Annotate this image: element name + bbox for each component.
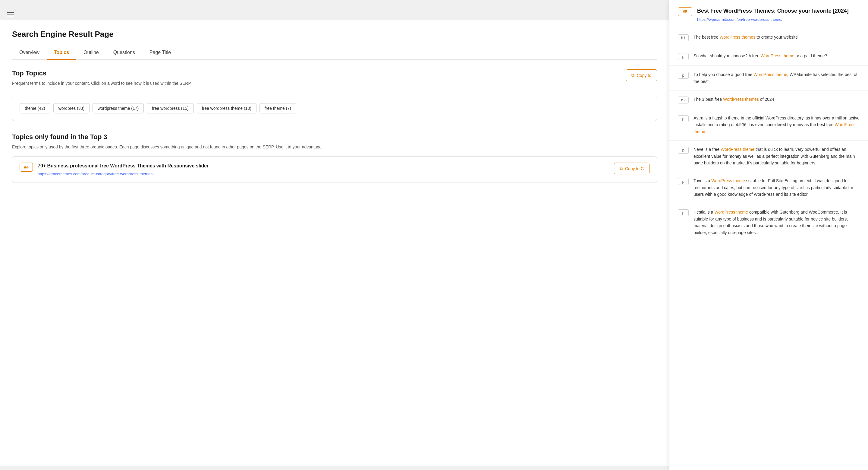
rp-text-4: Astra is a flagship theme in the officia… [693, 115, 860, 135]
topics-box: theme (42) wordpres (33) wordpress theme… [12, 96, 657, 121]
rp-content-item-7: pHestia is a WordPress theme compatible … [670, 203, 868, 241]
rp-text-6: Tove is a WordPress theme suitable for F… [693, 177, 860, 198]
topics-only-description: Explore topics only used by the first th… [12, 144, 657, 150]
rp-tag-1: p [678, 53, 689, 60]
result-copy-button-4[interactable]: ⧉ Copy to C [614, 163, 650, 174]
highlight-text: WordPress theme [693, 122, 855, 134]
rp-text-1: So what should you choose? A free WordPr… [693, 53, 827, 59]
tag-1[interactable]: wordpres (33) [53, 103, 90, 113]
rp-tag-3: h2 [678, 96, 689, 104]
rp-content-item-4: pAstra is a flagship theme in the offici… [670, 109, 868, 141]
rp-rank-badge: #5 [678, 7, 692, 16]
highlight-text: WordPress themes [723, 97, 759, 102]
tag-4[interactable]: free wordpress theme (13) [197, 103, 256, 113]
rp-tag-2: p [678, 72, 689, 79]
rp-content-list: h1The best free WordPress themes to crea… [670, 28, 868, 241]
result-info-4: 70+ Business professional free WordPress… [38, 163, 209, 176]
rp-result-url[interactable]: https://wpmarmite.com/en/free-wordpress-… [697, 17, 782, 22]
rp-text-7: Hestia is a WordPress theme compatible w… [693, 209, 860, 236]
topics-only-section: Topics only found in the Top 3 Explore t… [12, 133, 657, 183]
rp-tag-7: p [678, 209, 689, 216]
tags-container: theme (42) wordpres (33) wordpress theme… [20, 103, 650, 113]
highlight-text: WordPress theme [721, 147, 754, 152]
highlight-text: WordPress theme [711, 178, 745, 183]
rp-text-3: The 3 best free WordPress themes of 2024 [693, 96, 774, 102]
rp-content-item-5: pNeve is a free WordPress theme that is … [670, 141, 868, 172]
copy-icon-4: ⧉ [620, 166, 623, 171]
rp-tag-6: p [678, 178, 689, 185]
tabs-nav: Overview Topics Outline Questions Page T… [12, 46, 657, 60]
rp-text-0: The best free WordPress themes to create… [693, 34, 798, 40]
top-topics-title: Top Topics [12, 69, 192, 77]
tag-2[interactable]: wordpress theme (17) [93, 103, 144, 113]
page-heading: Search Engine Result Page [12, 30, 657, 39]
rp-tag-0: h1 [678, 34, 689, 41]
right-panel: #5 Best Free WordPress Themes: Choose yo… [669, 0, 868, 470]
rp-content-item-1: pSo what should you choose? A free WordP… [670, 47, 868, 66]
rp-result-title: Best Free WordPress Themes: Choose your … [697, 7, 849, 15]
rp-content-item-3: h2The 3 best free WordPress themes of 20… [670, 90, 868, 109]
rp-result-header: #5 Best Free WordPress Themes: Choose yo… [670, 0, 868, 28]
result-card-4: #4 70+ Business professional free WordPr… [12, 156, 657, 183]
top-topics-header: Top Topics Frequent terms to include in … [12, 69, 657, 93]
menu-button[interactable] [0, 6, 669, 20]
top-topics-copy-button[interactable]: ⧉ Copy to [626, 69, 657, 81]
topics-only-title: Topics only found in the Top 3 [12, 133, 657, 141]
highlight-text: WordPress themes [719, 35, 755, 39]
highlight-text: WordPress theme [761, 53, 795, 58]
tab-overview[interactable]: Overview [12, 46, 47, 60]
tab-questions[interactable]: Questions [106, 46, 142, 60]
rp-content-item-6: pTove is a WordPress theme suitable for … [670, 172, 868, 203]
highlight-text: WordPress theme [714, 210, 748, 214]
tag-3[interactable]: free wordpress (15) [147, 103, 193, 113]
rp-text-2: To help you choose a good free WordPress… [693, 71, 860, 85]
result-url-4[interactable]: https://gracethemes.com/product-category… [38, 172, 153, 176]
rank-badge-4: #4 [20, 163, 33, 172]
highlight-text: WordPress theme [753, 72, 787, 77]
rp-content-item-2: pTo help you choose a good free WordPres… [670, 66, 868, 90]
tab-page-title[interactable]: Page Title [142, 46, 178, 60]
result-card-left: #4 70+ Business professional free WordPr… [20, 163, 609, 176]
copy-icon: ⧉ [631, 73, 634, 78]
rp-tag-5: p [678, 147, 689, 153]
tag-5[interactable]: free theme (7) [259, 103, 296, 113]
rp-tag-4: p [678, 115, 689, 122]
tab-topics[interactable]: Topics [47, 46, 76, 60]
rp-rank-url: #5 Best Free WordPress Themes: Choose yo… [678, 7, 860, 22]
rp-text-5: Neve is a free WordPress theme that is q… [693, 146, 860, 166]
tab-outline[interactable]: Outline [76, 46, 106, 60]
result-title-4: 70+ Business professional free WordPress… [38, 163, 209, 169]
top-topics-description: Frequent terms to include in your conten… [12, 80, 192, 87]
rp-result-info: Best Free WordPress Themes: Choose your … [697, 7, 849, 22]
tag-0[interactable]: theme (42) [20, 103, 50, 113]
rp-content-item-0: h1The best free WordPress themes to crea… [670, 28, 868, 47]
